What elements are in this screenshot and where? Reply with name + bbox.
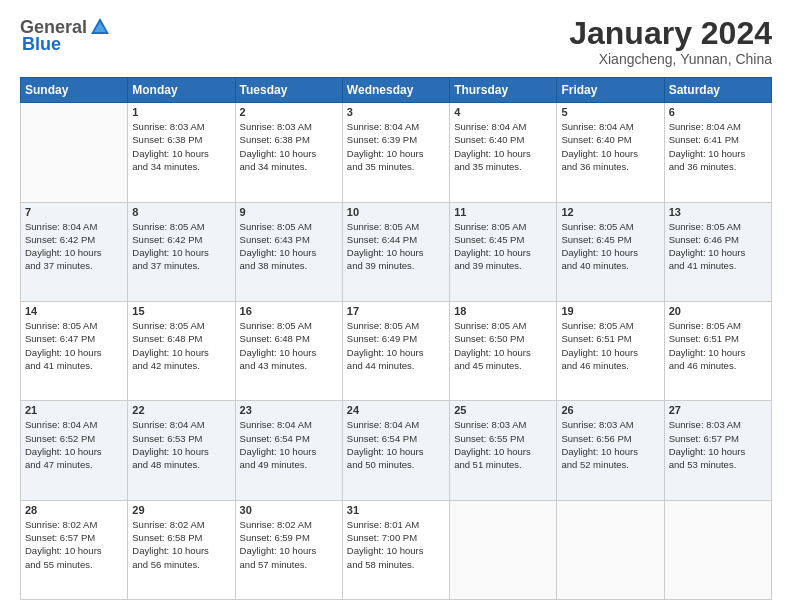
table-row: 10Sunrise: 8:05 AMSunset: 6:44 PMDayligh… — [342, 202, 449, 301]
cell-info-line: Sunrise: 8:04 AM — [25, 418, 123, 431]
day-number: 5 — [561, 106, 659, 118]
cell-info-line: Sunset: 6:47 PM — [25, 332, 123, 345]
table-row: 21Sunrise: 8:04 AMSunset: 6:52 PMDayligh… — [21, 401, 128, 500]
day-number: 22 — [132, 404, 230, 416]
table-row: 30Sunrise: 8:02 AMSunset: 6:59 PMDayligh… — [235, 500, 342, 599]
day-number: 10 — [347, 206, 445, 218]
cell-info-line: Sunset: 6:42 PM — [132, 233, 230, 246]
cell-info-line: Sunset: 6:44 PM — [347, 233, 445, 246]
cell-info-line: and 49 minutes. — [240, 458, 338, 471]
location: Xiangcheng, Yunnan, China — [569, 51, 772, 67]
cell-info: Sunrise: 8:03 AMSunset: 6:55 PMDaylight:… — [454, 418, 552, 471]
cell-info-line: Daylight: 10 hours — [240, 445, 338, 458]
cell-info-line: Daylight: 10 hours — [669, 246, 767, 259]
cell-info-line: and 34 minutes. — [240, 160, 338, 173]
table-row — [21, 103, 128, 202]
col-saturday: Saturday — [664, 78, 771, 103]
cell-info-line: Sunrise: 8:05 AM — [347, 220, 445, 233]
cell-info-line: Sunset: 6:41 PM — [669, 133, 767, 146]
cell-info-line: Sunrise: 8:03 AM — [454, 418, 552, 431]
cell-info: Sunrise: 8:05 AMSunset: 6:48 PMDaylight:… — [132, 319, 230, 372]
cell-info-line: and 41 minutes. — [669, 259, 767, 272]
table-row: 27Sunrise: 8:03 AMSunset: 6:57 PMDayligh… — [664, 401, 771, 500]
cell-info-line: Sunrise: 8:04 AM — [561, 120, 659, 133]
cell-info-line: and 38 minutes. — [240, 259, 338, 272]
cell-info: Sunrise: 8:04 AMSunset: 6:39 PMDaylight:… — [347, 120, 445, 173]
cell-info: Sunrise: 8:05 AMSunset: 6:45 PMDaylight:… — [561, 220, 659, 273]
cell-info-line: Sunset: 6:57 PM — [669, 432, 767, 445]
table-row: 20Sunrise: 8:05 AMSunset: 6:51 PMDayligh… — [664, 301, 771, 400]
month-title: January 2024 — [569, 16, 772, 51]
cell-info-line: and 46 minutes. — [561, 359, 659, 372]
day-number: 23 — [240, 404, 338, 416]
cell-info-line: Daylight: 10 hours — [454, 346, 552, 359]
table-row: 18Sunrise: 8:05 AMSunset: 6:50 PMDayligh… — [450, 301, 557, 400]
cell-info-line: Sunset: 6:51 PM — [561, 332, 659, 345]
cell-info-line: Sunrise: 8:05 AM — [669, 319, 767, 332]
day-number: 4 — [454, 106, 552, 118]
logo: General Blue — [20, 16, 111, 55]
cell-info-line: Sunrise: 8:02 AM — [25, 518, 123, 531]
cell-info-line: Daylight: 10 hours — [669, 445, 767, 458]
cell-info-line: Sunrise: 8:01 AM — [347, 518, 445, 531]
cell-info-line: Sunrise: 8:04 AM — [347, 418, 445, 431]
cell-info-line: Sunset: 6:38 PM — [132, 133, 230, 146]
table-row: 14Sunrise: 8:05 AMSunset: 6:47 PMDayligh… — [21, 301, 128, 400]
cell-info-line: Sunrise: 8:04 AM — [454, 120, 552, 133]
day-number: 25 — [454, 404, 552, 416]
cell-info: Sunrise: 8:05 AMSunset: 6:48 PMDaylight:… — [240, 319, 338, 372]
table-row: 26Sunrise: 8:03 AMSunset: 6:56 PMDayligh… — [557, 401, 664, 500]
cell-info-line: Sunrise: 8:05 AM — [240, 319, 338, 332]
cell-info-line: Daylight: 10 hours — [25, 445, 123, 458]
day-number: 24 — [347, 404, 445, 416]
day-number: 18 — [454, 305, 552, 317]
table-row: 17Sunrise: 8:05 AMSunset: 6:49 PMDayligh… — [342, 301, 449, 400]
cell-info-line: Sunset: 6:45 PM — [561, 233, 659, 246]
cell-info-line: Sunset: 6:43 PM — [240, 233, 338, 246]
table-row: 29Sunrise: 8:02 AMSunset: 6:58 PMDayligh… — [128, 500, 235, 599]
cell-info-line: Sunrise: 8:05 AM — [561, 220, 659, 233]
cell-info: Sunrise: 8:05 AMSunset: 6:51 PMDaylight:… — [669, 319, 767, 372]
cell-info-line: and 36 minutes. — [561, 160, 659, 173]
cell-info-line: Daylight: 10 hours — [132, 346, 230, 359]
cell-info-line: Sunset: 6:58 PM — [132, 531, 230, 544]
cell-info-line: Daylight: 10 hours — [25, 544, 123, 557]
cell-info: Sunrise: 8:05 AMSunset: 6:46 PMDaylight:… — [669, 220, 767, 273]
cell-info-line: and 40 minutes. — [561, 259, 659, 272]
table-row: 24Sunrise: 8:04 AMSunset: 6:54 PMDayligh… — [342, 401, 449, 500]
page: General Blue January 2024 Xiangcheng, Yu… — [0, 0, 792, 612]
calendar-header-row: Sunday Monday Tuesday Wednesday Thursday… — [21, 78, 772, 103]
day-number: 14 — [25, 305, 123, 317]
cell-info: Sunrise: 8:04 AMSunset: 6:40 PMDaylight:… — [561, 120, 659, 173]
cell-info-line: Sunset: 6:48 PM — [132, 332, 230, 345]
cell-info-line: Sunrise: 8:03 AM — [669, 418, 767, 431]
cell-info: Sunrise: 8:01 AMSunset: 7:00 PMDaylight:… — [347, 518, 445, 571]
table-row — [664, 500, 771, 599]
cell-info-line: Sunset: 6:38 PM — [240, 133, 338, 146]
cell-info-line: Daylight: 10 hours — [240, 147, 338, 160]
cell-info-line: Sunrise: 8:05 AM — [25, 319, 123, 332]
col-tuesday: Tuesday — [235, 78, 342, 103]
cell-info-line: Sunset: 6:49 PM — [347, 332, 445, 345]
cell-info-line: and 46 minutes. — [669, 359, 767, 372]
cell-info: Sunrise: 8:03 AMSunset: 6:38 PMDaylight:… — [132, 120, 230, 173]
cell-info: Sunrise: 8:02 AMSunset: 6:57 PMDaylight:… — [25, 518, 123, 571]
cell-info-line: and 43 minutes. — [240, 359, 338, 372]
cell-info-line: Daylight: 10 hours — [240, 246, 338, 259]
cell-info-line: Daylight: 10 hours — [25, 246, 123, 259]
cell-info-line: and 52 minutes. — [561, 458, 659, 471]
cell-info-line: Sunrise: 8:05 AM — [669, 220, 767, 233]
cell-info-line: Sunset: 6:57 PM — [25, 531, 123, 544]
day-number: 12 — [561, 206, 659, 218]
cell-info-line: Daylight: 10 hours — [454, 445, 552, 458]
day-number: 8 — [132, 206, 230, 218]
cell-info: Sunrise: 8:03 AMSunset: 6:57 PMDaylight:… — [669, 418, 767, 471]
cell-info-line: and 57 minutes. — [240, 558, 338, 571]
cell-info-line: and 37 minutes. — [132, 259, 230, 272]
cell-info: Sunrise: 8:05 AMSunset: 6:44 PMDaylight:… — [347, 220, 445, 273]
cell-info: Sunrise: 8:05 AMSunset: 6:47 PMDaylight:… — [25, 319, 123, 372]
day-number: 31 — [347, 504, 445, 516]
cell-info-line: and 56 minutes. — [132, 558, 230, 571]
cell-info: Sunrise: 8:04 AMSunset: 6:42 PMDaylight:… — [25, 220, 123, 273]
cell-info-line: Sunrise: 8:04 AM — [240, 418, 338, 431]
